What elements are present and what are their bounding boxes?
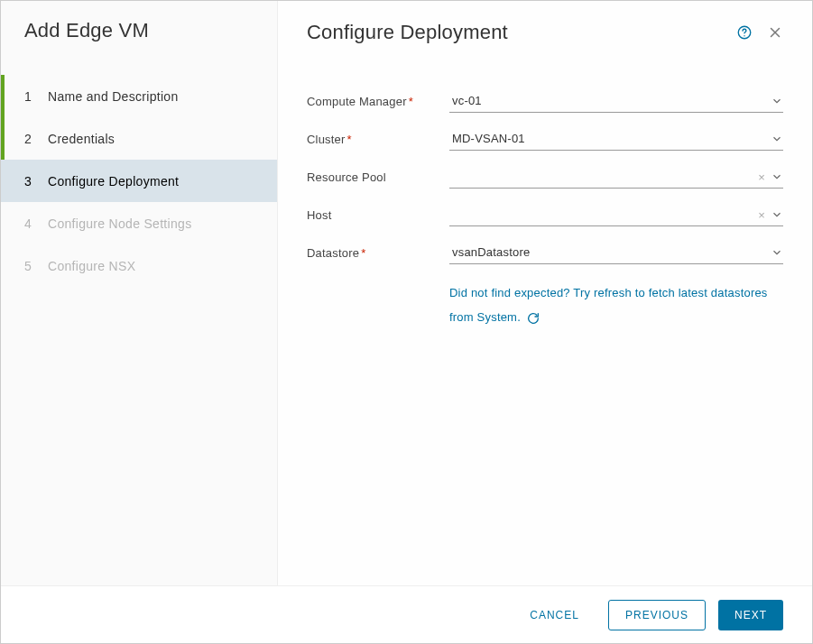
datastore-hint: Did not find expected? Try refresh to fe…	[449, 281, 783, 330]
page-title: Configure Deployment	[307, 21, 508, 44]
compute-manager-select[interactable]: vc-01	[449, 89, 783, 113]
label-text: Host	[307, 208, 332, 222]
wizard-steps: 1 Name and Description 2 Credentials 3 C…	[1, 75, 277, 287]
previous-button[interactable]: PREVIOUS	[608, 600, 706, 630]
deployment-form: Compute Manager* vc-01 Cluster*	[307, 82, 783, 330]
clear-icon[interactable]: ×	[758, 170, 765, 182]
step-number: 2	[24, 132, 48, 146]
cancel-button[interactable]: CANCEL	[513, 600, 596, 630]
modal-footer: CANCEL PREVIOUS NEXT	[1, 585, 812, 643]
add-edge-vm-modal: Add Edge VM 1 Name and Description 2 Cre…	[0, 0, 813, 644]
required-marker: *	[361, 246, 365, 260]
chevron-down-icon[interactable]	[771, 208, 783, 221]
wizard-sidebar: Add Edge VM 1 Name and Description 2 Cre…	[1, 1, 278, 585]
step-configure-nsx: 5 Configure NSX	[1, 244, 277, 287]
label-text: Resource Pool	[307, 170, 386, 184]
field-label: Compute Manager*	[307, 95, 449, 108]
field-label: Resource Pool	[307, 170, 449, 184]
step-label: Configure NSX	[48, 259, 135, 273]
label-text: Cluster	[307, 133, 346, 146]
main-header: Configure Deployment	[307, 21, 783, 44]
step-label: Configure Deployment	[48, 174, 179, 189]
step-number: 1	[24, 89, 48, 104]
header-icons	[736, 24, 783, 41]
field-resource-pool: Resource Pool ×	[307, 158, 783, 196]
select-value: MD-VSAN-01	[452, 132, 525, 145]
chevron-down-icon[interactable]	[771, 170, 783, 183]
step-configure-node-settings: 4 Configure Node Settings	[1, 202, 277, 244]
step-credentials[interactable]: 2 Credentials	[1, 117, 277, 160]
chevron-down-icon[interactable]	[771, 246, 783, 259]
close-icon[interactable]	[767, 24, 783, 41]
cluster-select[interactable]: MD-VSAN-01	[449, 127, 783, 151]
help-icon[interactable]	[736, 24, 753, 41]
step-configure-deployment[interactable]: 3 Configure Deployment	[1, 160, 277, 202]
step-label: Name and Description	[48, 89, 179, 104]
modal-title: Add Edge VM	[1, 19, 277, 75]
modal-body: Add Edge VM 1 Name and Description 2 Cre…	[1, 1, 812, 585]
resource-pool-select[interactable]: ×	[449, 165, 783, 189]
step-number: 4	[24, 216, 48, 231]
main-panel: Configure Deployment	[278, 1, 812, 585]
chevron-down-icon[interactable]	[771, 133, 783, 145]
field-label: Datastore*	[307, 246, 449, 260]
field-compute-manager: Compute Manager* vc-01	[307, 82, 783, 120]
datastore-select[interactable]: vsanDatastore	[449, 241, 783, 264]
select-value: vsanDatastore	[452, 245, 530, 259]
field-datastore: Datastore* vsanDatastore	[307, 234, 783, 271]
field-cluster: Cluster* MD-VSAN-01	[307, 120, 783, 158]
label-text: Compute Manager	[307, 95, 407, 108]
field-label: Host	[307, 208, 449, 222]
step-label: Configure Node Settings	[48, 216, 191, 231]
step-number: 3	[24, 174, 48, 189]
next-button[interactable]: NEXT	[718, 600, 783, 630]
clear-icon[interactable]: ×	[758, 208, 765, 220]
step-label: Credentials	[48, 132, 115, 146]
hint-text: Did not find expected? Try refresh to fe…	[449, 286, 768, 324]
label-text: Datastore	[307, 246, 359, 260]
step-number: 5	[24, 259, 48, 273]
required-marker: *	[347, 133, 352, 146]
host-select[interactable]: ×	[449, 203, 783, 226]
select-value: vc-01	[452, 94, 482, 107]
step-name-description[interactable]: 1 Name and Description	[1, 75, 277, 117]
required-marker: *	[409, 95, 413, 108]
refresh-icon[interactable]	[526, 311, 540, 326]
field-label: Cluster*	[307, 133, 449, 146]
field-host: Host ×	[307, 196, 783, 234]
chevron-down-icon[interactable]	[771, 95, 783, 107]
svg-point-1	[744, 35, 744, 36]
